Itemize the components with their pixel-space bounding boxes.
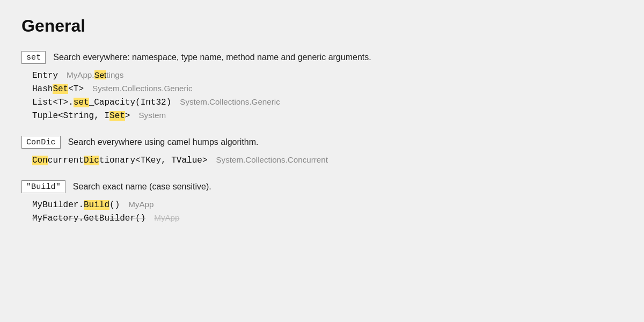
list-namespace: System.Collections.Generic xyxy=(180,97,280,106)
con-highlight: Con xyxy=(32,156,48,165)
dic-highlight: Dic xyxy=(84,156,99,165)
list-result: List<T>.set_Capacity(Int32) System.Colle… xyxy=(32,97,623,107)
set-section: set Search everywhere: namespace, type n… xyxy=(21,51,623,121)
myfactory-result: MyFactory.GetBuilder() MyApp xyxy=(32,213,623,223)
list-name: List<T>.set_Capacity(Int32) xyxy=(32,98,171,107)
build-section-header: "Build" Search exact name (case sensitiv… xyxy=(21,180,623,193)
condic-results: ConcurrentDictionary<TKey, TValue> Syste… xyxy=(21,155,623,165)
list-highlight: set xyxy=(74,98,89,107)
condic-badge: ConDic xyxy=(21,136,61,149)
page-title: General xyxy=(21,16,623,36)
tuple-highlight: Set xyxy=(109,111,125,121)
set-badge: set xyxy=(21,51,46,64)
build-section: "Build" Search exact name (case sensitiv… xyxy=(21,180,623,223)
concurrent-name: ConcurrentDictionary<TKey, TValue> xyxy=(32,156,207,165)
condic-description: Search everywhere using camel humps algo… xyxy=(68,137,259,147)
build-results: MyBuilder.Build() MyApp MyFactory.GetBui… xyxy=(21,200,623,223)
build-badge: "Build" xyxy=(21,180,65,193)
mybuilder-name: MyBuilder.Build() xyxy=(32,200,120,210)
set-section-header: set Search everywhere: namespace, type n… xyxy=(21,51,623,64)
condic-section: ConDic Search everywhere using camel hum… xyxy=(21,136,623,165)
concurrent-result: ConcurrentDictionary<TKey, TValue> Syste… xyxy=(32,155,623,165)
build-highlight: Build xyxy=(84,200,109,210)
tuple-name: Tuple<String, ISet> xyxy=(32,111,130,121)
mybuilder-namespace: MyApp xyxy=(128,200,153,209)
hashset-name: HashSet<T> xyxy=(32,84,84,94)
hashset-namespace: System.Collections.Generic xyxy=(92,84,193,93)
hashset-result: HashSet<T> System.Collections.Generic xyxy=(32,84,623,94)
condic-section-header: ConDic Search everywhere using camel hum… xyxy=(21,136,623,149)
set-description: Search everywhere: namespace, type name,… xyxy=(53,53,371,62)
mybuilder-result: MyBuilder.Build() MyApp xyxy=(32,200,623,210)
myfactory-name: MyFactory.GetBuilder() xyxy=(32,214,145,223)
hashset-highlight: Set xyxy=(53,84,68,94)
concurrent-namespace: System.Collections.Concurrent xyxy=(216,155,328,164)
entry-name: Entry xyxy=(32,71,58,80)
entry-highlight: Set xyxy=(94,70,107,79)
tuple-namespace: System xyxy=(138,111,166,120)
myfactory-namespace: MyApp xyxy=(154,213,179,222)
tuple-result: Tuple<String, ISet> System xyxy=(32,111,623,121)
entry-result: Entry MyApp.Settings xyxy=(32,70,623,80)
entry-namespace: MyApp.Settings xyxy=(67,70,123,79)
set-results: Entry MyApp.Settings HashSet<T> System.C… xyxy=(21,70,623,121)
build-description: Search exact name (case sensitive). xyxy=(73,182,211,192)
